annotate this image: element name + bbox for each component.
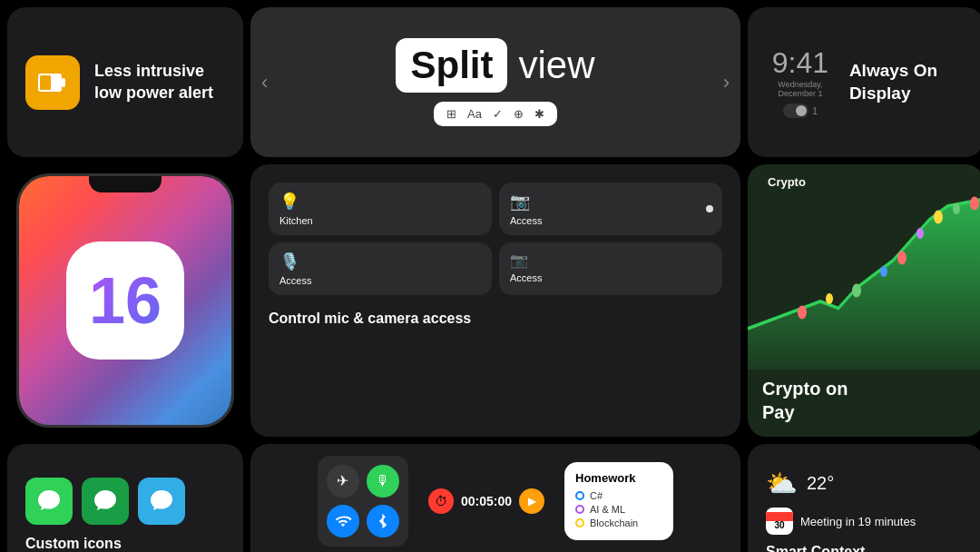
wifi-svg xyxy=(335,513,351,529)
hw-dot-1 xyxy=(575,491,584,500)
timer-value: 00:05:00 xyxy=(461,494,512,508)
weather-row: ⛅ 22° xyxy=(766,468,965,498)
low-power-card: Less intrusive low power alert xyxy=(7,7,243,157)
svg-point-3 xyxy=(798,306,807,320)
meeting-text: Meeting in 19 minutes xyxy=(800,515,916,528)
control-item-mic: 🎙️ Access xyxy=(269,242,492,295)
svg-point-9 xyxy=(934,211,943,224)
custom-icons-card: Custom icons xyxy=(7,444,243,552)
toggle-dot xyxy=(796,105,807,116)
chevron-left-icon[interactable]: ‹ xyxy=(261,71,268,94)
weather-icon: ⛅ xyxy=(766,468,798,498)
crypto-chart xyxy=(748,192,980,370)
timer-widget: ⏱ 00:05:00 ▶ xyxy=(417,479,555,523)
messages-icon-teal xyxy=(138,478,185,525)
icons-row xyxy=(25,478,185,525)
wifi-icon[interactable] xyxy=(327,505,359,537)
hw-label-2: AI & ML xyxy=(590,504,625,515)
control-item-camera1: 📷 Access xyxy=(499,182,722,235)
low-power-text: Less intrusive low power alert xyxy=(94,61,225,104)
aod-time: 9:41 xyxy=(766,46,835,80)
toolbar-icon-3: ✓ xyxy=(493,107,503,121)
chevron-right-icon[interactable]: › xyxy=(723,71,730,94)
svg-point-5 xyxy=(852,284,861,298)
timer-play-button[interactable]: ▶ xyxy=(519,488,544,514)
split-word: Split xyxy=(396,38,507,93)
homework-widget: Homework C# AI & ML Blockchain xyxy=(564,462,673,540)
hw-dot-3 xyxy=(575,518,584,527)
airplane-mode-icon[interactable]: ✈ xyxy=(327,465,359,498)
aod-date: Wednesday, December 1 xyxy=(766,80,835,98)
control-card: 💡 Kitchen 📷 Access 🎙️ Access 📷 Access Co… xyxy=(250,164,740,437)
homework-item-1: C# xyxy=(575,490,662,501)
view-word: view xyxy=(518,44,594,87)
camera-icon-2: 📷 xyxy=(510,251,711,269)
crypto-title: Crypto xyxy=(768,175,806,189)
control-label-access2: Access xyxy=(279,275,481,286)
control-item-camera2: 📷 Access xyxy=(499,242,722,295)
messages-svg-1 xyxy=(35,488,63,515)
homework-title: Homework xyxy=(575,471,662,485)
control-caption: Control mic & camera access xyxy=(269,310,722,329)
temperature: 22° xyxy=(807,473,834,494)
crypto-label: Crypto on Pay xyxy=(762,377,969,424)
svg-rect-1 xyxy=(62,78,65,87)
toolbar-icon-5: ✱ xyxy=(534,107,544,121)
lightbulb-icon: 💡 xyxy=(279,192,481,212)
crypto-label-text: Crypto on xyxy=(762,379,848,399)
always-on-card: 9:41 Wednesday, December 1 1 Always On D… xyxy=(748,7,980,157)
phone-screen: 16 xyxy=(19,176,231,425)
crypto-bottom: Crypto on Pay xyxy=(748,370,980,437)
widgets-card: ✈ 🎙 ⏱ 00:05:00 ▶ Homework xyxy=(250,444,740,552)
split-toolbar: ⊞ Aa ✓ ⊕ ✱ xyxy=(434,102,557,126)
svg-rect-2 xyxy=(40,75,51,90)
ios-logo: 16 xyxy=(66,242,184,360)
crypto-card: Crypto Crypto on Pay xyxy=(748,164,980,437)
svg-point-4 xyxy=(826,293,833,304)
svg-point-6 xyxy=(880,266,887,277)
control-label-kitchen: Kitchen xyxy=(279,215,481,226)
toolbar-icon-2: Aa xyxy=(467,107,482,121)
aod-toggle[interactable] xyxy=(783,104,808,118)
smart-context-caption: Smart Context xyxy=(766,544,965,552)
aod-toggle-row: 1 xyxy=(766,104,835,118)
svg-point-7 xyxy=(897,251,906,265)
toggle-label: 1 xyxy=(812,106,818,116)
bluetooth-icon[interactable] xyxy=(367,505,399,537)
widgets-row: ✈ 🎙 ⏱ 00:05:00 ▶ Homework xyxy=(318,456,673,547)
phone-frame: 16 xyxy=(16,173,234,428)
timer-icon: ⏱ xyxy=(428,488,454,514)
calendar-day: 30 xyxy=(774,521,784,530)
homework-item-2: AI & ML xyxy=(575,504,662,515)
calendar-badge: 30 xyxy=(766,508,793,535)
phone-card: 16 xyxy=(7,164,243,437)
mic-icon: 🎙️ xyxy=(279,251,481,271)
messages-icon-green xyxy=(25,478,73,525)
hw-label-3: Blockchain xyxy=(590,518,638,528)
aod-time-section: 9:41 Wednesday, December 1 1 xyxy=(766,46,835,118)
meeting-row: 30 Meeting in 19 minutes xyxy=(766,508,965,535)
messages-svg-3 xyxy=(148,488,175,515)
widget-control-center: ✈ 🎙 xyxy=(318,456,408,547)
hw-dot-2 xyxy=(575,505,584,514)
control-grid: 💡 Kitchen 📷 Access 🎙️ Access 📷 Access xyxy=(269,182,722,295)
messages-svg-2 xyxy=(92,488,119,515)
smart-context-card: ⛅ 22° 30 Meeting in 19 minutes Smart Con… xyxy=(748,444,980,552)
bt-svg xyxy=(377,513,389,529)
messages-icon-dark xyxy=(82,478,129,525)
svg-point-10 xyxy=(953,203,960,214)
podcast-icon[interactable]: 🎙 xyxy=(367,465,399,498)
homework-item-3: Blockchain xyxy=(575,518,662,528)
toolbar-icon-1: ⊞ xyxy=(446,107,456,121)
battery-svg xyxy=(36,66,69,99)
toolbar-icon-4: ⊕ xyxy=(514,107,524,121)
svg-point-11 xyxy=(970,197,979,211)
battery-icon xyxy=(25,55,80,110)
aod-label: Always On Display xyxy=(849,60,965,104)
camera-icon-1: 📷 xyxy=(510,192,711,212)
hw-label-1: C# xyxy=(590,490,603,501)
control-label-access1: Access xyxy=(510,215,711,226)
chart-svg xyxy=(748,192,980,370)
control-label-access3: Access xyxy=(510,272,711,283)
split-view-text: Split view xyxy=(396,38,594,93)
